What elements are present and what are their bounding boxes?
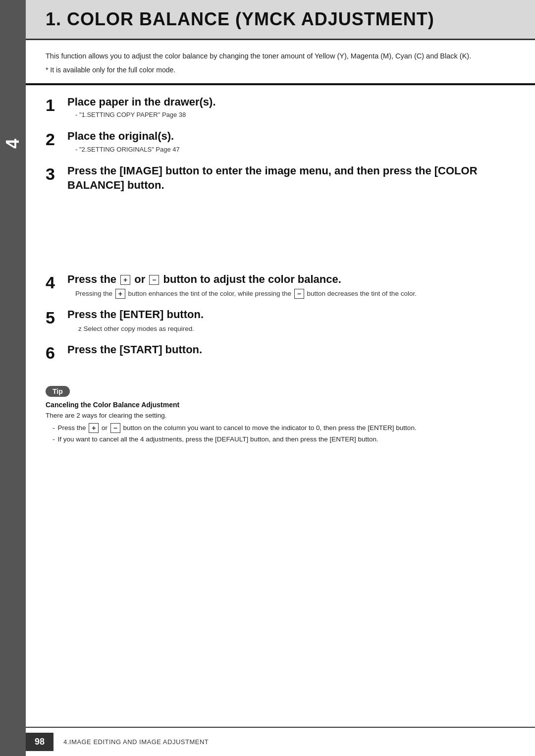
step-1-number: 1 <box>46 96 67 114</box>
step-4-subnote-end: button decreases the tint of the color. <box>305 290 417 297</box>
page-title: 1. COLOR BALANCE (YMCK ADJUSTMENT) <box>46 9 515 30</box>
tip-item-2-dash: - <box>53 434 55 444</box>
chapter-number: 4 <box>2 139 23 149</box>
step-6-title: Press the [START] button. <box>67 343 515 357</box>
intro-section: This function allows you to adjust the c… <box>26 40 535 85</box>
step-6-number: 6 <box>46 344 67 362</box>
step-1-ref: - "1.SETTING COPY PAPER" Page 38 <box>75 111 515 118</box>
tip-item-2: - If you want to cancel all the 4 adjust… <box>53 434 515 444</box>
step-3-title: Press the [IMAGE] button to enter the im… <box>67 164 515 192</box>
tip-badge: Tip <box>46 386 70 397</box>
step-6: 6 Press the [START] button. <box>46 343 515 362</box>
step-5-content: Press the [ENTER] button. z Select other… <box>67 308 515 334</box>
tip-item-1-text: Press the + or − button on the column yo… <box>58 423 417 433</box>
tip-item-2-text: If you want to cancel all the 4 adjustme… <box>58 434 378 444</box>
step-4-title-or: or <box>131 273 148 285</box>
footer-text: 4.IMAGE EDITING AND IMAGE ADJUSTMENT <box>63 738 209 746</box>
main-content: 1. COLOR BALANCE (YMCK ADJUSTMENT) This … <box>26 0 535 756</box>
step-1: 1 Place paper in the drawer(s). - "1.SET… <box>46 95 515 121</box>
intro-note: * It is available only for the full colo… <box>46 65 515 75</box>
step-2-title: Place the original(s). <box>67 129 515 144</box>
tip-minus-icon: − <box>110 423 120 433</box>
step-2: 2 Place the original(s). - "2.SETTING OR… <box>46 129 515 155</box>
step-1-title: Place paper in the drawer(s). <box>67 95 515 109</box>
intro-paragraph: This function allows you to adjust the c… <box>46 51 515 62</box>
step-4-subnote-before: Pressing the <box>75 290 114 297</box>
step-2-ref: - "2.SETTING ORIGINALS" Page 47 <box>75 146 515 153</box>
step-2-number: 2 <box>46 130 67 149</box>
step-1-content: Place paper in the drawer(s). - "1.SETTI… <box>67 95 515 121</box>
step-5-title: Press the [ENTER] button. <box>67 308 515 322</box>
step-5-subnote: z Select other copy modes as required. <box>78 324 515 334</box>
step-5-number: 5 <box>46 309 67 327</box>
step-6-content: Press the [START] button. <box>67 343 515 359</box>
step-4-title: Press the + or − button to adjust the co… <box>67 272 515 287</box>
step-4-content: Press the + or − button to adjust the co… <box>67 272 515 299</box>
tip-section: Tip Canceling the Color Balance Adjustme… <box>26 381 535 456</box>
step-4: 4 Press the + or − button to adjust the … <box>46 272 515 299</box>
side-tab: 4 <box>0 0 26 756</box>
steps-area: 1 Place paper in the drawer(s). - "1.SET… <box>26 85 535 381</box>
step-3-number: 3 <box>46 165 67 183</box>
step-3: 3 Press the [IMAGE] button to enter the … <box>46 164 515 194</box>
step-4-title-before: Press the <box>67 273 119 285</box>
step-3-content: Press the [IMAGE] button to enter the im… <box>67 164 515 194</box>
tip-intro: There are 2 ways for clearing the settin… <box>46 411 515 421</box>
minus-button-icon: − <box>149 275 159 285</box>
tip-item-1-dash: - <box>53 423 55 433</box>
step-4-number: 4 <box>46 273 67 292</box>
page-header: 1. COLOR BALANCE (YMCK ADJUSTMENT) <box>26 0 535 40</box>
step-5: 5 Press the [ENTER] button. z Select oth… <box>46 308 515 334</box>
step-2-content: Place the original(s). - "2.SETTING ORIG… <box>67 129 515 155</box>
tip-item-1: - Press the + or − button on the column … <box>53 423 515 433</box>
step-4-subnote: Pressing the + button enhances the tint … <box>75 289 515 299</box>
tip-title: Canceling the Color Balance Adjustment <box>46 401 515 409</box>
page-footer: 98 4.IMAGE EDITING AND IMAGE ADJUSTMENT <box>26 727 535 756</box>
step-spacer <box>46 203 515 272</box>
step-4-subnote-mid: button enhances the tint of the color, w… <box>126 290 293 297</box>
step-4-minus-small-icon: − <box>294 289 304 299</box>
step-4-title-after: button to adjust the color balance. <box>160 273 341 285</box>
plus-button-icon: + <box>120 275 130 285</box>
footer-page-number: 98 <box>26 733 54 751</box>
tip-plus-icon: + <box>89 423 99 433</box>
step-4-plus-small-icon: + <box>115 289 125 299</box>
